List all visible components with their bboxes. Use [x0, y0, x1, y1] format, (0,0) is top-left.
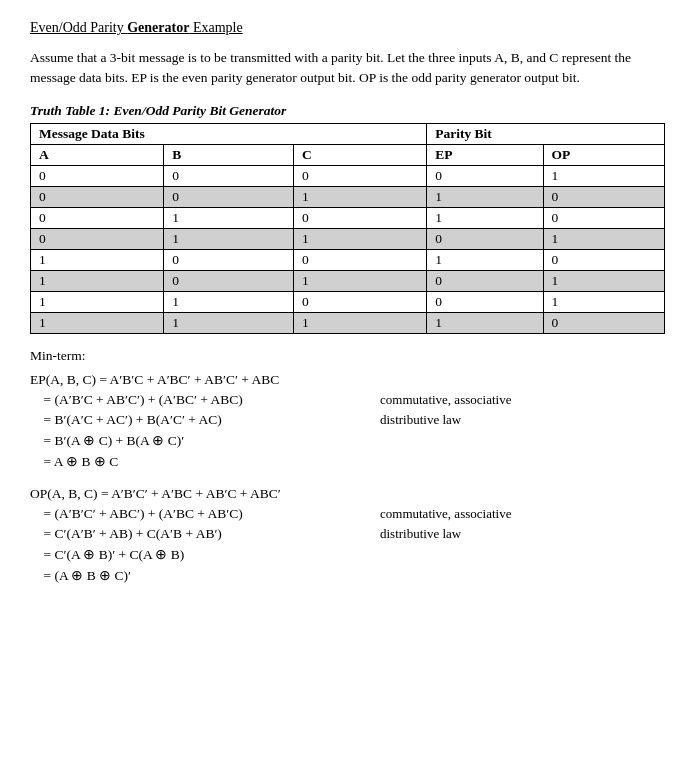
title-prefix: Even/Odd Parity [30, 20, 127, 35]
cell-a: 0 [31, 207, 164, 228]
cell-a: 1 [31, 270, 164, 291]
ep-step3: = B′(A ⊕ C) + B(A ⊕ C)′ [30, 432, 665, 449]
table-row: 11110 [31, 312, 665, 333]
op-step3-lhs: = C′(A ⊕ B)′ + C(A ⊕ B) [30, 546, 370, 563]
cell-c: 0 [293, 291, 426, 312]
cell-op: 1 [543, 270, 664, 291]
minterm-label: Min-term: [30, 348, 665, 364]
ep-section: EP(A, B, C) = A′B′C + A′BC′ + AB′C′ + AB… [30, 372, 665, 470]
cell-ep: 0 [427, 270, 543, 291]
op-step1: = (A′B′C′ + ABC′) + (A′BC + AB′C) commut… [30, 506, 665, 522]
cell-a: 0 [31, 165, 164, 186]
op-main-lhs: OP(A, B, C) = A′B′C′ + A′BC + AB′C + ABC… [30, 486, 370, 502]
cell-ep: 0 [427, 165, 543, 186]
op-step2-lhs: = C′(A′B′ + AB) + C(A′B + AB′) [30, 526, 370, 542]
ep-step1-lhs: = (A′B′C + AB′C′) + (A′BC′ + ABC) [30, 392, 370, 408]
col-a: A [31, 144, 164, 165]
op-step4-lhs: = (A ⊕ B ⊕ C)′ [30, 567, 370, 584]
cell-ep: 1 [427, 312, 543, 333]
cell-ep: 1 [427, 186, 543, 207]
cell-a: 1 [31, 312, 164, 333]
table-row: 01010 [31, 207, 665, 228]
ep-main-lhs: EP(A, B, C) = A′B′C + A′BC′ + AB′C′ + AB… [30, 372, 370, 388]
cell-c: 0 [293, 207, 426, 228]
cell-ep: 1 [427, 207, 543, 228]
page-title: Even/Odd Parity Generator Example [30, 20, 665, 36]
ep-main-eq: EP(A, B, C) = A′B′C + A′BC′ + AB′C′ + AB… [30, 372, 665, 388]
table-row: 10101 [31, 270, 665, 291]
intro-text: Assume that a 3-bit message is to be tra… [30, 48, 665, 89]
col-ep: EP [427, 144, 543, 165]
cell-c: 1 [293, 312, 426, 333]
cell-b: 1 [164, 291, 294, 312]
ep-step4: = A ⊕ B ⊕ C [30, 453, 665, 470]
cell-a: 0 [31, 186, 164, 207]
cell-b: 1 [164, 312, 294, 333]
cell-c: 1 [293, 186, 426, 207]
op-step1-note: commutative, associative [380, 506, 511, 522]
col-c: C [293, 144, 426, 165]
col-b: B [164, 144, 294, 165]
ep-step2: = B′(A′C + AC′) + B(A′C′ + AC) distribut… [30, 412, 665, 428]
cell-op: 1 [543, 165, 664, 186]
cell-ep: 0 [427, 291, 543, 312]
op-step2: = C′(A′B′ + AB) + C(A′B + AB′) distribut… [30, 526, 665, 542]
cell-c: 1 [293, 228, 426, 249]
cell-op: 0 [543, 249, 664, 270]
op-step3: = C′(A ⊕ B)′ + C(A ⊕ B) [30, 546, 665, 563]
ep-step2-lhs: = B′(A′C + AC′) + B(A′C′ + AC) [30, 412, 370, 428]
title-suffix: Example [189, 20, 242, 35]
truth-table: Message Data Bits Parity Bit A B C EP OP… [30, 123, 665, 334]
op-step1-lhs: = (A′B′C′ + ABC′) + (A′BC + AB′C) [30, 506, 370, 522]
ep-step3-lhs: = B′(A ⊕ C) + B(A ⊕ C)′ [30, 432, 370, 449]
ep-step2-note: distributive law [380, 412, 461, 428]
cell-b: 0 [164, 249, 294, 270]
cell-op: 0 [543, 186, 664, 207]
ep-step4-lhs: = A ⊕ B ⊕ C [30, 453, 370, 470]
cell-b: 0 [164, 165, 294, 186]
op-step4: = (A ⊕ B ⊕ C)′ [30, 567, 665, 584]
cell-b: 1 [164, 207, 294, 228]
op-main-eq: OP(A, B, C) = A′B′C′ + A′BC + AB′C + ABC… [30, 486, 665, 502]
cell-ep: 0 [427, 228, 543, 249]
title-bold: Generator [127, 20, 189, 35]
cell-a: 1 [31, 291, 164, 312]
ep-step1-note: commutative, associative [380, 392, 511, 408]
cell-op: 1 [543, 228, 664, 249]
col-header-parity: Parity Bit [427, 123, 665, 144]
op-step2-note: distributive law [380, 526, 461, 542]
cell-a: 0 [31, 228, 164, 249]
cell-c: 0 [293, 165, 426, 186]
cell-op: 0 [543, 207, 664, 228]
table-title: Truth Table 1: Even/Odd Parity Bit Gener… [30, 103, 665, 119]
cell-op: 1 [543, 291, 664, 312]
cell-op: 0 [543, 312, 664, 333]
op-section: OP(A, B, C) = A′B′C′ + A′BC + AB′C + ABC… [30, 486, 665, 584]
cell-b: 0 [164, 186, 294, 207]
ep-step1: = (A′B′C + AB′C′) + (A′BC′ + ABC) commut… [30, 392, 665, 408]
table-row: 11001 [31, 291, 665, 312]
cell-b: 1 [164, 228, 294, 249]
table-row: 01101 [31, 228, 665, 249]
table-row: 00110 [31, 186, 665, 207]
table-row: 00001 [31, 165, 665, 186]
cell-c: 0 [293, 249, 426, 270]
col-header-message: Message Data Bits [31, 123, 427, 144]
cell-a: 1 [31, 249, 164, 270]
cell-ep: 1 [427, 249, 543, 270]
col-op: OP [543, 144, 664, 165]
cell-b: 0 [164, 270, 294, 291]
cell-c: 1 [293, 270, 426, 291]
table-row: 10010 [31, 249, 665, 270]
